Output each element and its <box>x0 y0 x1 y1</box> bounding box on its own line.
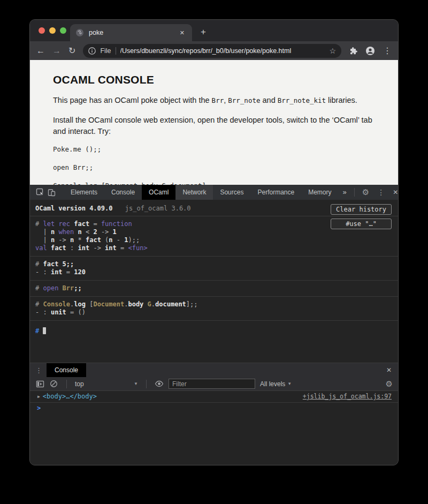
window-controls <box>39 27 66 34</box>
page-title: OCAML CONSOLE <box>53 73 374 86</box>
drawer-menu-icon[interactable]: ⋮ <box>30 366 47 374</box>
ocaml-console-panel: Clear history #use "…" OCaml version 4.0… <box>30 200 398 363</box>
url-text[interactable]: /Users/dbuenzli/sync/repos/brr/_b0/b/use… <box>120 47 325 55</box>
forward-icon[interactable]: → <box>52 47 61 55</box>
profile-avatar-icon[interactable] <box>365 46 375 56</box>
repl-prompt-symbol: # <box>35 327 43 335</box>
page-paragraph-instructions: Install the OCaml console web extension,… <box>53 115 374 137</box>
ocaml-panel-buttons: Clear history #use "…" <box>331 204 392 229</box>
code-sample-poke: Poke.me ();; <box>53 145 374 153</box>
navigation-toolbar: ← → ↻ File /Users/dbuenzli/sync/repos/br… <box>30 41 398 60</box>
inline-code-brr-note: Brr_note <box>228 96 260 104</box>
devtools-tab-performance[interactable]: Performance <box>250 185 301 200</box>
repl-entry: # open Brr;; <box>30 281 398 297</box>
repl-input-line[interactable]: # <box>30 321 398 342</box>
devtools-tab-bar: Elements Console OCaml Network Sources P… <box>30 185 398 200</box>
clear-history-button[interactable]: Clear history <box>331 204 392 215</box>
toolbar-separator <box>66 380 67 388</box>
chrome-menu-icon[interactable]: ⋮ <box>383 47 392 55</box>
tab-strip: poke ✕ + <box>30 20 398 41</box>
inline-code-brr: Brr <box>212 96 224 104</box>
devtools-tab-elements[interactable]: Elements <box>64 185 104 200</box>
context-selector-value: top <box>75 380 84 388</box>
devtools-settings-gear-icon[interactable]: ⚙ <box>358 187 373 197</box>
page-paragraph-libraries: This page has an OCaml poke object with … <box>53 95 374 106</box>
inline-code-brr-note-kit: Brr_note_kit <box>278 96 326 104</box>
log-levels-dropdown[interactable]: All levels ▼ <box>260 380 292 388</box>
tab-favicon <box>75 28 84 37</box>
devtools-tab-sources[interactable]: Sources <box>213 185 250 200</box>
file-scheme-label: File <box>100 47 111 55</box>
console-settings-gear-icon[interactable]: ⚙ <box>386 379 393 389</box>
reload-icon[interactable]: ↻ <box>68 47 75 55</box>
drawer-close-icon[interactable]: ✕ <box>380 366 398 374</box>
filter-input[interactable] <box>169 379 255 389</box>
code-sample-open: open Brr;; <box>53 163 374 171</box>
devtools-tab-console[interactable]: Console <box>104 185 142 200</box>
devtools-controls: ⚙ ⋮ ✕ <box>351 187 399 197</box>
chevron-down-icon: ▼ <box>134 381 138 386</box>
jsofocaml-version-label: js_of_ocaml 3.6.0 <box>125 205 191 212</box>
devtools-tab-memory[interactable]: Memory <box>301 185 338 200</box>
device-toolbar-icon[interactable] <box>48 187 56 197</box>
console-message-row: ▶ <body>…</body> +jslib_js_of_ocaml.js:9… <box>30 391 398 403</box>
toolbar-actions: ⋮ <box>349 46 392 56</box>
minimize-window-button[interactable] <box>49 27 56 34</box>
console-sidebar-icon[interactable] <box>35 379 44 388</box>
new-tab-button[interactable]: + <box>201 27 206 37</box>
use-file-button[interactable]: #use "…" <box>331 219 392 229</box>
repl-entry: # fact 5;;- : int = 120 <box>30 257 398 281</box>
omnibox-divider <box>116 47 116 55</box>
inspect-element-icon[interactable] <box>36 187 44 197</box>
console-toolbar: top ▼ All levels ▼ ⚙ <box>30 377 398 391</box>
close-window-button[interactable] <box>39 27 45 34</box>
browser-tab[interactable]: poke ✕ <box>70 24 192 41</box>
web-page-viewport: OCAML CONSOLE This page has an OCaml pok… <box>30 60 398 185</box>
console-input-prompt[interactable]: > <box>30 403 398 414</box>
desktop: { "colors": { "traffic_red": "#ed6a5e", … <box>0 0 428 504</box>
drawer-tab-console[interactable]: Console <box>47 363 86 377</box>
address-bar[interactable]: File /Users/dbuenzli/sync/repos/brr/_b0/… <box>83 44 341 58</box>
extensions-puzzle-icon[interactable] <box>349 47 357 55</box>
chevron-down-icon: ▼ <box>287 381 292 386</box>
context-selector[interactable]: top ▼ <box>75 380 138 388</box>
console-drawer-header: ⋮ Console ✕ <box>30 363 398 377</box>
log-levels-value: All levels <box>260 380 285 388</box>
zoom-window-button[interactable] <box>60 27 66 34</box>
expand-triangle-icon[interactable]: ▶ <box>37 391 40 402</box>
text-cursor <box>43 327 46 334</box>
toolbar-separator <box>146 380 147 388</box>
repl-history: # let rec fact = function | n when n < 2… <box>30 216 398 321</box>
browser-window: poke ✕ + ← → ↻ File /Users/dbuenzli/sync… <box>29 19 399 465</box>
repl-entry: # Console.log [Document.body G.document]… <box>30 297 398 321</box>
toolbar-separator <box>354 188 355 197</box>
ocaml-version-label: OCaml version 4.09.0 <box>35 205 113 212</box>
devtools-tab-network[interactable]: Network <box>175 185 213 200</box>
logged-element-preview[interactable]: <body>…</body> <box>43 391 97 402</box>
devtools-tab-ocaml[interactable]: OCaml <box>142 185 175 200</box>
message-source-link[interactable]: +jslib_js_of_ocaml.js:97 <box>303 391 392 402</box>
more-tabs-icon[interactable]: » <box>339 185 351 200</box>
console-messages-area: ▶ <body>…</body> +jslib_js_of_ocaml.js:9… <box>30 391 398 465</box>
devtools-close-icon[interactable]: ✕ <box>388 189 399 196</box>
tab-title: poke <box>89 29 178 36</box>
live-expression-eye-icon[interactable] <box>155 379 164 388</box>
clear-console-icon[interactable] <box>49 379 58 388</box>
bookmark-star-icon[interactable]: ☆ <box>329 47 336 55</box>
back-icon[interactable]: ← <box>36 47 45 55</box>
page-info-icon[interactable] <box>88 47 96 55</box>
devtools-menu-icon[interactable]: ⋮ <box>373 188 388 197</box>
tab-close-icon[interactable]: ✕ <box>178 28 187 37</box>
